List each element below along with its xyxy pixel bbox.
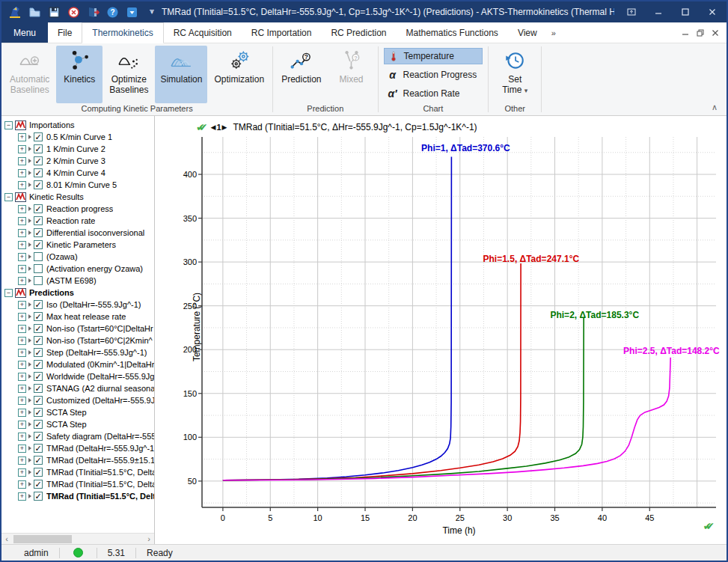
- item-arrow-icon[interactable]: [28, 302, 31, 307]
- collapse-expander-icon[interactable]: −: [4, 289, 13, 297]
- item-arrow-icon[interactable]: [28, 410, 31, 415]
- tree-item[interactable]: +✓Non-iso (Tstart=60°C|DeltaHr: [1, 323, 154, 335]
- tree-checkbox[interactable]: ✓: [34, 312, 43, 321]
- tab-mathematics-functions[interactable]: Mathematics Functions: [396, 22, 507, 43]
- expand-expander-icon[interactable]: +: [18, 373, 26, 381]
- tree-checkbox[interactable]: ✓: [34, 420, 43, 429]
- tree-checkbox[interactable]: ✓: [34, 144, 43, 153]
- item-arrow-icon[interactable]: [28, 278, 31, 283]
- tree-item[interactable]: +✓TMRad (DeltaHr=-555.9±15.1: [1, 454, 154, 466]
- expand-expander-icon[interactable]: +: [18, 217, 26, 225]
- tree-checkbox[interactable]: ✓: [34, 432, 43, 441]
- expand-expander-icon[interactable]: +: [18, 277, 26, 285]
- tree-item[interactable]: +✓Non-iso (Tstart=60°C|2Kmin^: [1, 335, 154, 346]
- tree-checkbox[interactable]: ✓: [34, 444, 43, 453]
- tree-checkbox[interactable]: [34, 264, 43, 273]
- expand-expander-icon[interactable]: +: [18, 361, 26, 369]
- tree-checkbox[interactable]: [34, 276, 43, 285]
- menu-button[interactable]: Menu: [1, 22, 48, 43]
- tree-item[interactable]: +✓Max heat release rate: [1, 311, 154, 323]
- tab-rc-prediction[interactable]: RC Prediction: [321, 22, 396, 43]
- tree-item[interactable]: +(ASTM E698): [1, 275, 154, 287]
- item-arrow-icon[interactable]: [28, 350, 31, 355]
- item-arrow-icon[interactable]: [28, 470, 31, 474]
- expand-expander-icon[interactable]: +: [18, 433, 26, 441]
- expand-expander-icon[interactable]: +: [18, 145, 26, 153]
- restore-icon[interactable]: [697, 26, 704, 40]
- mixed-button[interactable]: ? Mixed: [328, 46, 375, 103]
- tree-item[interactable]: +✓Reaction progress: [1, 203, 154, 215]
- tree-checkbox[interactable]: ✓: [34, 324, 43, 333]
- tab-overflow-icon[interactable]: »: [547, 22, 560, 43]
- tree-item[interactable]: +✓Step (DeltaHr=-555.9Jg^-1): [1, 346, 154, 358]
- tree-item[interactable]: +✓8.01 K/min Curve 5: [1, 179, 154, 191]
- exit-icon[interactable]: [87, 6, 100, 19]
- item-arrow-icon[interactable]: [28, 266, 31, 271]
- expand-expander-icon[interactable]: +: [18, 181, 26, 189]
- chart-page-navigator[interactable]: ◀ 1 ▶: [210, 123, 227, 132]
- set-time-button[interactable]: SetTime ▾: [492, 46, 538, 103]
- customize-icon[interactable]: [126, 6, 138, 19]
- tree-checkbox[interactable]: ✓: [34, 456, 43, 465]
- tree-checkbox[interactable]: ✓: [34, 168, 43, 177]
- tree-checkbox[interactable]: ✓: [34, 372, 43, 381]
- item-arrow-icon[interactable]: [28, 326, 31, 331]
- tree-item[interactable]: −Importations: [1, 119, 154, 131]
- scroll-right-icon[interactable]: ›: [144, 534, 154, 544]
- item-arrow-icon[interactable]: [28, 147, 31, 151]
- item-arrow-icon[interactable]: [28, 159, 31, 163]
- item-arrow-icon[interactable]: [28, 314, 31, 319]
- tree-item[interactable]: +✓2 K/min Curve 3: [1, 155, 154, 167]
- tree-item[interactable]: +✓0.5 K/min Curve 1: [1, 131, 154, 143]
- tree-item[interactable]: +✓Kinetic Parameters: [1, 239, 154, 251]
- item-arrow-icon[interactable]: [28, 386, 31, 391]
- tab-rc-importation[interactable]: RC Importation: [242, 22, 322, 43]
- tree-item[interactable]: −Kinetic Results: [1, 191, 154, 203]
- automatic-baselines-button[interactable]: Automatic Baselines: [4, 46, 55, 103]
- expand-expander-icon[interactable]: +: [18, 229, 26, 237]
- close-icon[interactable]: [701, 4, 724, 20]
- tree-item[interactable]: +✓SCTA Step: [1, 406, 154, 418]
- tree-checkbox[interactable]: ✓: [34, 348, 43, 357]
- tree-checkbox[interactable]: ✓: [34, 228, 43, 237]
- qat-dropdown-icon[interactable]: ▾: [150, 10, 154, 14]
- tree-item[interactable]: +✓Customized (DeltaHr=-555.9J: [1, 394, 154, 406]
- dock-window-icon[interactable]: [620, 4, 643, 20]
- item-arrow-icon[interactable]: [28, 362, 31, 367]
- expand-expander-icon[interactable]: +: [18, 385, 26, 393]
- simulation-button[interactable]: Simulation: [155, 46, 207, 103]
- tree-item[interactable]: +✓TMRad (TInitial=51.5°C, Delta: [1, 466, 154, 478]
- optimization-button[interactable]: Optimization: [209, 46, 269, 103]
- tree-item[interactable]: −Predictions: [1, 287, 154, 299]
- expand-expander-icon[interactable]: +: [18, 468, 26, 477]
- tree-checkbox[interactable]: ✓: [34, 300, 43, 309]
- plot-area[interactable]: 5010015020025030035040005101520253035404…: [202, 137, 716, 507]
- tree-item[interactable]: +✓TMRad (DeltaHr=-555.9Jg^-1: [1, 442, 154, 454]
- item-arrow-icon[interactable]: [28, 254, 31, 259]
- expand-expander-icon[interactable]: +: [18, 349, 26, 357]
- tree-item[interactable]: +✓TMRad (TInitial=51.5°C, Delt: [1, 490, 154, 502]
- chart-reaction-rate-option[interactable]: α′ Reaction Rate: [384, 85, 483, 102]
- cancel-icon[interactable]: [67, 6, 80, 19]
- tree-item[interactable]: +✓Worldwide (DeltaHr=-555.9Jg: [1, 370, 154, 382]
- tree-item[interactable]: +✓SCTA Step: [1, 418, 154, 430]
- item-arrow-icon[interactable]: [28, 494, 31, 498]
- tree-checkbox[interactable]: ✓: [34, 216, 43, 225]
- tree-checkbox[interactable]: ✓: [34, 408, 43, 417]
- tree-item[interactable]: +(Activation energy Ozawa): [1, 263, 154, 275]
- tree-horizontal-scrollbar[interactable]: ‹ ›: [1, 533, 154, 544]
- prediction-button[interactable]: ? Prediction: [276, 46, 326, 103]
- tree-item[interactable]: +✓Modulated (0Kmin^-1|DeltaHr: [1, 358, 154, 370]
- expand-expander-icon[interactable]: +: [18, 133, 26, 141]
- item-arrow-icon[interactable]: [28, 171, 31, 175]
- expand-expander-icon[interactable]: +: [18, 421, 26, 429]
- tree-item[interactable]: +✓Reaction rate: [1, 215, 154, 227]
- item-arrow-icon[interactable]: [28, 219, 31, 223]
- expand-expander-icon[interactable]: +: [18, 301, 26, 309]
- expand-expander-icon[interactable]: +: [18, 445, 26, 453]
- nav-next-icon[interactable]: ▶: [222, 123, 227, 131]
- scroll-left-icon[interactable]: ‹: [1, 534, 12, 544]
- maximize-icon[interactable]: [674, 4, 697, 20]
- item-arrow-icon[interactable]: [28, 183, 31, 187]
- expand-expander-icon[interactable]: +: [18, 325, 26, 333]
